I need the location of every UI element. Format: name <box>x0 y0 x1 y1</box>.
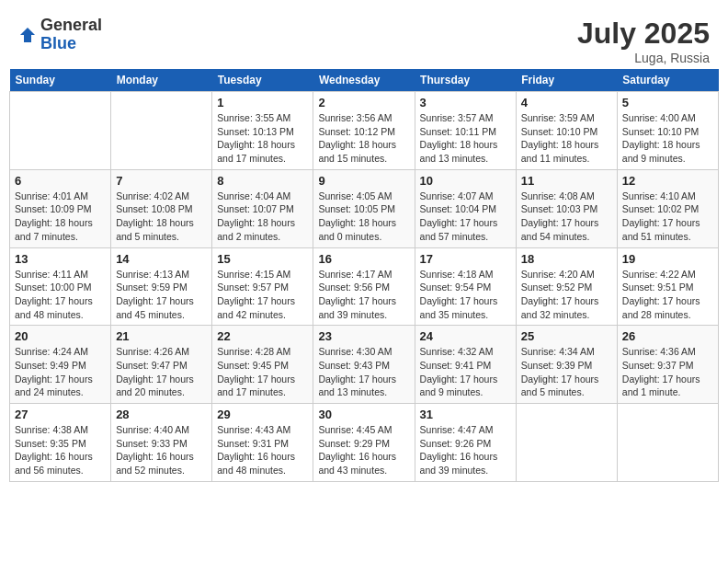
logo-text: General Blue <box>40 17 102 53</box>
calendar-cell: 3Sunrise: 3:57 AM Sunset: 10:11 PM Dayli… <box>415 92 516 170</box>
day-info: Sunrise: 4:07 AM Sunset: 10:04 PM Daylig… <box>420 190 511 244</box>
day-info: Sunrise: 4:34 AM Sunset: 9:39 PM Dayligh… <box>521 345 612 399</box>
day-info: Sunrise: 4:20 AM Sunset: 9:52 PM Dayligh… <box>521 268 612 322</box>
day-info: Sunrise: 4:45 AM Sunset: 9:29 PM Dayligh… <box>318 423 409 477</box>
calendar-cell: 13Sunrise: 4:11 AM Sunset: 10:00 PM Dayl… <box>10 247 111 326</box>
calendar-cell: 28Sunrise: 4:40 AM Sunset: 9:33 PM Dayli… <box>111 404 212 482</box>
calendar-cell <box>10 92 111 170</box>
calendar-header-row: SundayMondayTuesdayWednesdayThursdayFrid… <box>10 69 719 92</box>
day-number: 1 <box>217 96 308 109</box>
day-number: 19 <box>622 252 713 266</box>
day-number: 23 <box>318 329 409 343</box>
calendar-cell: 12Sunrise: 4:10 AM Sunset: 10:02 PM Dayl… <box>617 169 718 247</box>
weekday-header-friday: Friday <box>516 69 617 92</box>
calendar-week-row: 6Sunrise: 4:01 AM Sunset: 10:09 PM Dayli… <box>10 169 719 247</box>
day-info: Sunrise: 4:32 AM Sunset: 9:41 PM Dayligh… <box>420 345 511 399</box>
page-header: General Blue July 2025 Luga, Russia <box>9 9 719 69</box>
day-info: Sunrise: 4:15 AM Sunset: 9:57 PM Dayligh… <box>217 268 308 322</box>
calendar-cell: 7Sunrise: 4:02 AM Sunset: 10:08 PM Dayli… <box>111 169 212 247</box>
day-info: Sunrise: 4:30 AM Sunset: 9:43 PM Dayligh… <box>318 345 409 399</box>
day-number: 4 <box>521 96 612 109</box>
weekday-header-monday: Monday <box>111 69 212 92</box>
calendar-cell: 17Sunrise: 4:18 AM Sunset: 9:54 PM Dayli… <box>415 247 516 326</box>
weekday-header-thursday: Thursday <box>415 69 516 92</box>
day-info: Sunrise: 4:24 AM Sunset: 9:49 PM Dayligh… <box>15 345 106 399</box>
day-number: 2 <box>318 96 409 109</box>
calendar-cell: 9Sunrise: 4:05 AM Sunset: 10:05 PM Dayli… <box>313 169 415 247</box>
day-number: 3 <box>420 96 511 109</box>
day-number: 11 <box>521 174 612 188</box>
day-number: 26 <box>622 329 713 343</box>
month-title: July 2025 <box>577 17 710 51</box>
day-number: 13 <box>15 252 106 266</box>
day-number: 30 <box>318 408 409 421</box>
calendar-cell: 31Sunrise: 4:47 AM Sunset: 9:26 PM Dayli… <box>415 404 516 482</box>
day-info: Sunrise: 4:00 AM Sunset: 10:10 PM Daylig… <box>622 111 713 166</box>
day-number: 9 <box>318 174 409 188</box>
day-number: 28 <box>116 408 207 421</box>
calendar-cell: 2Sunrise: 3:56 AM Sunset: 10:12 PM Dayli… <box>313 92 415 170</box>
logo-icon <box>18 26 37 44</box>
logo-blue-text: Blue <box>40 35 102 53</box>
day-info: Sunrise: 4:04 AM Sunset: 10:07 PM Daylig… <box>217 190 308 244</box>
day-info: Sunrise: 4:01 AM Sunset: 10:09 PM Daylig… <box>15 190 106 244</box>
day-number: 27 <box>15 408 106 421</box>
calendar-cell <box>111 92 212 170</box>
location-title: Luga, Russia <box>577 51 710 65</box>
calendar-cell: 25Sunrise: 4:34 AM Sunset: 9:39 PM Dayli… <box>516 326 617 404</box>
day-info: Sunrise: 4:18 AM Sunset: 9:54 PM Dayligh… <box>420 268 511 322</box>
calendar-cell <box>617 404 718 482</box>
calendar-cell: 26Sunrise: 4:36 AM Sunset: 9:37 PM Dayli… <box>617 326 718 404</box>
day-number: 6 <box>15 174 106 188</box>
day-info: Sunrise: 3:55 AM Sunset: 10:13 PM Daylig… <box>217 111 308 166</box>
calendar-cell: 27Sunrise: 4:38 AM Sunset: 9:35 PM Dayli… <box>10 404 111 482</box>
day-number: 15 <box>217 252 308 266</box>
calendar-cell: 20Sunrise: 4:24 AM Sunset: 9:49 PM Dayli… <box>10 326 111 404</box>
day-info: Sunrise: 4:02 AM Sunset: 10:08 PM Daylig… <box>116 190 207 244</box>
day-info: Sunrise: 4:43 AM Sunset: 9:31 PM Dayligh… <box>217 423 308 477</box>
calendar-cell: 6Sunrise: 4:01 AM Sunset: 10:09 PM Dayli… <box>10 169 111 247</box>
calendar-week-row: 13Sunrise: 4:11 AM Sunset: 10:00 PM Dayl… <box>10 247 719 326</box>
calendar-cell <box>516 404 617 482</box>
calendar-cell: 22Sunrise: 4:28 AM Sunset: 9:45 PM Dayli… <box>212 326 313 404</box>
day-info: Sunrise: 3:57 AM Sunset: 10:11 PM Daylig… <box>420 111 511 166</box>
logo: General Blue <box>18 17 102 53</box>
day-number: 22 <box>217 329 308 343</box>
day-info: Sunrise: 4:47 AM Sunset: 9:26 PM Dayligh… <box>420 423 511 477</box>
calendar-cell: 14Sunrise: 4:13 AM Sunset: 9:59 PM Dayli… <box>111 247 212 326</box>
calendar-cell: 29Sunrise: 4:43 AM Sunset: 9:31 PM Dayli… <box>212 404 313 482</box>
day-info: Sunrise: 4:11 AM Sunset: 10:00 PM Daylig… <box>15 268 106 322</box>
day-number: 31 <box>420 408 511 421</box>
day-number: 5 <box>622 96 713 109</box>
day-info: Sunrise: 4:26 AM Sunset: 9:47 PM Dayligh… <box>116 345 207 399</box>
weekday-header-tuesday: Tuesday <box>212 69 313 92</box>
calendar-cell: 4Sunrise: 3:59 AM Sunset: 10:10 PM Dayli… <box>516 92 617 170</box>
day-number: 24 <box>420 329 511 343</box>
weekday-header-wednesday: Wednesday <box>313 69 415 92</box>
calendar-cell: 18Sunrise: 4:20 AM Sunset: 9:52 PM Dayli… <box>516 247 617 326</box>
day-number: 25 <box>521 329 612 343</box>
day-number: 17 <box>420 252 511 266</box>
calendar-cell: 11Sunrise: 4:08 AM Sunset: 10:03 PM Dayl… <box>516 169 617 247</box>
day-info: Sunrise: 3:59 AM Sunset: 10:10 PM Daylig… <box>521 111 612 166</box>
logo-general-text: General <box>40 17 102 35</box>
calendar-cell: 30Sunrise: 4:45 AM Sunset: 9:29 PM Dayli… <box>313 404 415 482</box>
title-block: July 2025 Luga, Russia <box>577 17 710 65</box>
weekday-header-saturday: Saturday <box>617 69 718 92</box>
day-info: Sunrise: 4:17 AM Sunset: 9:56 PM Dayligh… <box>318 268 409 322</box>
day-info: Sunrise: 4:28 AM Sunset: 9:45 PM Dayligh… <box>217 345 308 399</box>
day-number: 18 <box>521 252 612 266</box>
day-number: 8 <box>217 174 308 188</box>
weekday-header-sunday: Sunday <box>10 69 111 92</box>
day-number: 14 <box>116 252 207 266</box>
day-number: 16 <box>318 252 409 266</box>
day-number: 21 <box>116 329 207 343</box>
calendar-cell: 23Sunrise: 4:30 AM Sunset: 9:43 PM Dayli… <box>313 326 415 404</box>
calendar-cell: 24Sunrise: 4:32 AM Sunset: 9:41 PM Dayli… <box>415 326 516 404</box>
calendar-cell: 16Sunrise: 4:17 AM Sunset: 9:56 PM Dayli… <box>313 247 415 326</box>
day-info: Sunrise: 4:40 AM Sunset: 9:33 PM Dayligh… <box>116 423 207 477</box>
day-number: 10 <box>420 174 511 188</box>
calendar-cell: 8Sunrise: 4:04 AM Sunset: 10:07 PM Dayli… <box>212 169 313 247</box>
calendar-cell: 1Sunrise: 3:55 AM Sunset: 10:13 PM Dayli… <box>212 92 313 170</box>
calendar-cell: 15Sunrise: 4:15 AM Sunset: 9:57 PM Dayli… <box>212 247 313 326</box>
